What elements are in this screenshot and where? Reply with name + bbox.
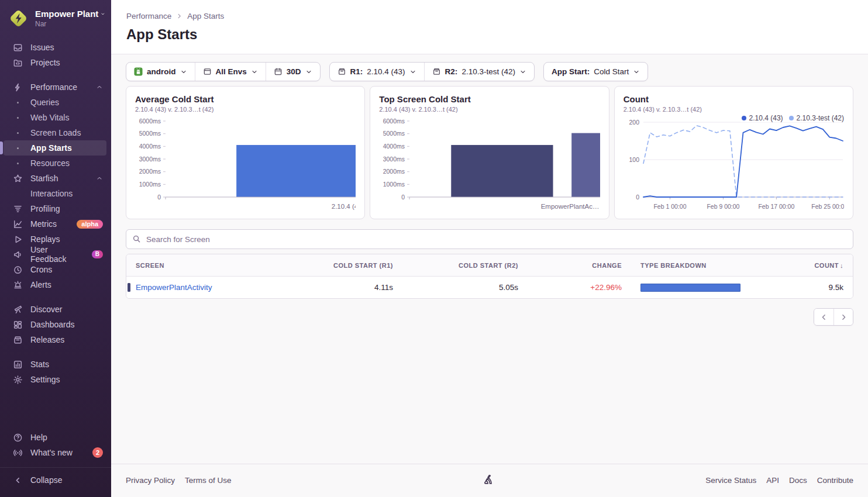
filter-label: R2:: [445, 67, 458, 76]
column-header-type-breakdown[interactable]: Type Breakdown: [631, 262, 783, 269]
sentry-logo-icon: [483, 474, 496, 486]
sidebar-item-queries[interactable]: Queries: [0, 95, 111, 110]
sidebar-item-web-vitals[interactable]: Web Vitals: [0, 110, 111, 125]
chevron-right-icon: [176, 13, 182, 19]
chevron-down-icon: [633, 68, 640, 75]
sidebar-item-screen-loads[interactable]: Screen Loads: [0, 125, 111, 140]
org-switcher[interactable]: Empower Plant Nar: [0, 0, 111, 30]
sort-descending-icon: ↓: [840, 262, 843, 269]
sidebar-item-stats[interactable]: Stats: [0, 357, 111, 372]
legend-item[interactable]: 2.10.3-test (42): [789, 114, 844, 122]
filter-android[interactable]: android: [126, 63, 195, 81]
cold-start-r2-cell: 5.05s: [402, 283, 528, 292]
environment-icon: [203, 67, 212, 76]
filter-r1[interactable]: R1:2.10.4 (43): [330, 63, 424, 81]
chevron-down-icon: [101, 11, 105, 18]
footer-link-api[interactable]: API: [766, 476, 779, 485]
breadcrumb-performance[interactable]: Performance: [126, 12, 171, 20]
dashboards-icon: [13, 320, 23, 330]
svg-text:1000ms: 1000ms: [383, 181, 405, 188]
sidebar-item-app-starts[interactable]: App Starts: [4, 140, 106, 156]
column-header-cold-start-r1[interactable]: Cold Start (R1): [297, 262, 402, 269]
column-header-count[interactable]: Count↓: [783, 262, 853, 269]
cold-start-r1-cell: 4.11s: [297, 283, 402, 292]
bar-chart: 01000ms2000ms3000ms4000ms5000ms6000ms2.1…: [135, 114, 356, 212]
filter-30d[interactable]: 30D: [266, 63, 320, 81]
legend-label: 2.10.4 (43): [749, 114, 783, 122]
sidebar-item-projects[interactable]: Projects: [0, 55, 111, 70]
svg-text:Feb 1 00:00: Feb 1 00:00: [653, 203, 686, 210]
sidebar-item-label: Help: [30, 433, 47, 442]
sidebar-item-help[interactable]: Help: [0, 430, 111, 445]
search-input[interactable]: [126, 229, 853, 249]
sidebar-section: IssuesProjects: [0, 40, 111, 70]
page-header: Performance App Starts App Starts: [111, 0, 868, 54]
footer-link-contribute[interactable]: Contribute: [817, 476, 853, 485]
filter-all-envs[interactable]: All Envs: [195, 63, 266, 81]
chevron-down-icon: [180, 68, 187, 75]
sidebar-item-alerts[interactable]: Alerts: [0, 277, 111, 292]
legend-item[interactable]: 2.10.4 (43): [742, 114, 783, 122]
sidebar-section: StatsSettings: [0, 357, 111, 387]
sidebar-item-releases[interactable]: Releases: [0, 332, 111, 347]
svg-text:5000ms: 5000ms: [139, 130, 161, 137]
column-header-screen[interactable]: Screen: [126, 262, 297, 269]
chart-title: Count: [624, 94, 844, 104]
sidebar-bottom: HelpWhat's new2 Collapse: [0, 430, 111, 497]
alerts-icon: [13, 280, 23, 290]
column-header-change[interactable]: Change: [528, 262, 631, 269]
discover-icon: [13, 305, 23, 315]
column-header-cold-start-r2[interactable]: Cold Start (R2): [402, 262, 528, 269]
sidebar-item-label: Dashboards: [30, 320, 75, 329]
svg-text:6000ms: 6000ms: [383, 118, 405, 125]
sidebar-item-issues[interactable]: Issues: [0, 40, 111, 55]
sidebar-item-starfish[interactable]: Starfish: [0, 171, 111, 186]
sidebar-item-performance[interactable]: Performance: [0, 80, 111, 95]
sidebar-item-label: Replays: [30, 234, 60, 244]
footer-link-terms-of-use[interactable]: Terms of Use: [185, 476, 232, 485]
sidebar-section: PerformanceQueriesWeb VitalsScreen Loads…: [0, 80, 111, 292]
broadcast-icon: [13, 448, 23, 458]
user-feedback-badge: B: [92, 250, 103, 258]
breadcrumb: Performance App Starts: [126, 12, 853, 20]
sidebar-item-user-feedback[interactable]: User FeedbackB: [0, 247, 111, 262]
chart-title: Average Cold Start: [135, 94, 356, 104]
sidebar-item-settings[interactable]: Settings: [0, 372, 111, 387]
footer-link-service-status[interactable]: Service Status: [705, 476, 756, 485]
replays-icon: [13, 234, 23, 244]
project-name: Nar: [35, 20, 105, 28]
sidebar-item-dashboards[interactable]: Dashboards: [0, 317, 111, 332]
footer-link-docs[interactable]: Docs: [789, 476, 807, 485]
sidebar-item-discover[interactable]: Discover: [0, 302, 111, 317]
legend-dot-icon: [789, 116, 794, 120]
filter-r2[interactable]: R2:2.10.3-test (42): [424, 63, 534, 81]
calendar-icon: [274, 67, 283, 76]
filter-label: 30D: [287, 67, 301, 76]
help-icon: [13, 433, 23, 443]
screens-table: ScreenCold Start (R1)Cold Start (R2)Chan…: [126, 254, 853, 299]
release-icon: [337, 67, 346, 76]
svg-text:1000ms: 1000ms: [139, 181, 161, 188]
svg-text:6000ms: 6000ms: [139, 118, 161, 125]
sidebar-item-metrics[interactable]: Metricsalpha: [0, 216, 111, 232]
org-logo-icon: [8, 8, 29, 29]
collapse-label: Collapse: [30, 475, 62, 485]
screen-link[interactable]: EmpowerPlantActivity: [136, 283, 212, 292]
collapse-button[interactable]: Collapse: [0, 472, 111, 488]
search-icon: [132, 234, 141, 243]
previous-page-button[interactable]: [814, 309, 833, 325]
sidebar-item-profiling[interactable]: Profiling: [0, 201, 111, 216]
svg-text:3000ms: 3000ms: [383, 156, 405, 163]
sidebar-item-interactions[interactable]: Interactions: [0, 186, 111, 201]
what-s-new-badge: 2: [92, 447, 103, 458]
sidebar-item-crons[interactable]: Crons: [0, 262, 111, 277]
footer-link-privacy-policy[interactable]: Privacy Policy: [126, 476, 175, 485]
chart-subtitle: 2.10.4 (43) v. 2.10.3…t (42): [379, 106, 600, 113]
next-page-button[interactable]: [833, 309, 853, 325]
sidebar-item-resources[interactable]: Resources: [0, 156, 111, 171]
page-title: App Starts: [126, 26, 853, 43]
svg-text:3000ms: 3000ms: [139, 156, 161, 163]
chevron-down-icon: [251, 68, 258, 75]
sidebar-item-what-s-new[interactable]: What's new2: [0, 445, 111, 460]
filter-app-start[interactable]: App Start:Cold Start: [544, 63, 647, 81]
